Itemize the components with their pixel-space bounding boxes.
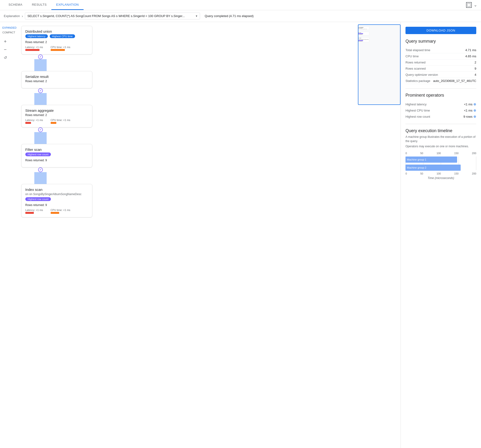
chart-row-1: Machine group 2 (406, 165, 476, 170)
zoom-out-button[interactable]: − (1, 46, 9, 53)
stream-aggregate-rows: Rows returned: 2 (25, 114, 88, 117)
highest-latency-badge: Highest latency (25, 34, 48, 38)
tab-results[interactable]: RESULTS (27, 0, 52, 10)
chevron-down-icon[interactable]: ⌄ (474, 2, 477, 8)
x-label-bottom-0: 0 (406, 172, 407, 175)
prominent-row-0: Highest latency <1 ms ⊕ (406, 101, 476, 107)
node-distributed-union: Distributed union Highest latency Highes… (21, 26, 397, 54)
index-scan-row-count-badge: Highest row count (25, 197, 51, 201)
download-json-button[interactable]: DOWNLOAD JSON (406, 27, 476, 34)
chart-area: 0 50 100 150 200 (406, 152, 476, 187)
distributed-union-metrics: Latency: <1 ms CPU time: <1 ms (25, 46, 88, 51)
query-select[interactable]: SELECT s.SingerId, COUNT(*) AS SongCount… (25, 13, 200, 19)
timeline-desc-1: A machine group illustrates the executio… (406, 135, 476, 143)
cpu-label: CPU time: <1 ms (51, 46, 70, 49)
tab-schema[interactable]: SCHEMA (4, 0, 27, 10)
chart-bar-0: Machine group 1 (406, 157, 457, 163)
conn-bar-1 (34, 59, 47, 71)
prominent-operators-section: Prominent operators Highest latency <1 m… (406, 93, 476, 120)
latency-label-4: Latency: <1 ms (25, 209, 43, 212)
cpu-label-4: CPU time: <1 ms (51, 209, 70, 212)
x-label-3: 150 (454, 152, 458, 155)
index-scan-node: Index scan on on SongsBySingerAlbumSongN… (21, 184, 92, 217)
x-label-bottom-1: 50 (421, 172, 423, 175)
x-label-bottom-3: 150 (454, 172, 458, 175)
node-serialize-result: Serialize result Rows returned: 2 (21, 71, 397, 88)
query-bar: Explanation › SELECT s.SingerId, COUNT(*… (0, 10, 481, 22)
link-icon-0[interactable]: ⊕ (473, 102, 476, 106)
tabs-left: SCHEMA RESULTS EXPLANATION (4, 0, 83, 10)
plan-area[interactable]: Distributed union Highest latency Highes… (17, 22, 400, 448)
index-scan-metrics: Latency: <1 ms CPU time: <1 ms (25, 209, 88, 214)
timeline-desc-2: Operators may execute on one or more mac… (406, 144, 476, 148)
x-label-4: 200 (472, 152, 476, 155)
cpu-bar (51, 49, 65, 51)
cpu-bar-2 (51, 122, 56, 124)
filter-scan-node: Filter scan Highest row count Rows retur… (21, 144, 92, 167)
query-summary-title: Query summary (406, 39, 476, 44)
chart-x-top-labels: 0 50 100 150 200 (406, 152, 476, 155)
expanded-view-btn[interactable]: EXPANDED (1, 26, 17, 30)
prominent-operators-title: Prominent operators (406, 93, 476, 98)
summary-row-5: Statistics package auto_20230608_17_57_4… (406, 78, 476, 84)
index-scan-subtitle: on on SongsBySingerAlbumSongNameDesc (25, 192, 88, 196)
stream-aggregate-metrics: Latency: <1 ms CPU time: <1 ms (25, 119, 88, 124)
summary-row-2: Rows returned 2 (406, 60, 476, 66)
distributed-union-title: Distributed union (25, 29, 88, 33)
collapse-circle-1[interactable]: ✓ (38, 54, 43, 59)
stream-aggregate-title: Stream aggregate (25, 108, 88, 113)
breadcrumb-label: Explanation (4, 14, 20, 18)
x-label-2: 100 (436, 152, 441, 155)
summary-row-3: Rows scanned 9 (406, 66, 476, 72)
view-controls: EXPANDED COMPACT + − ↺ (0, 22, 17, 448)
chart-row-0: Machine group 1 (406, 157, 476, 162)
compact-view-btn[interactable]: COMPACT (1, 30, 17, 34)
x-label-bottom-2: 100 (436, 172, 441, 175)
conn-bar-3 (34, 132, 47, 144)
link-icon-2[interactable]: ⊕ (473, 115, 476, 118)
serialize-result-node: Serialize result Rows returned: 2 (21, 71, 92, 88)
x-label-0: 0 (406, 152, 407, 155)
timeline-title: Query execution timeline (406, 128, 476, 133)
node-index-scan: Index scan on on SongsBySingerAlbumSongN… (21, 184, 397, 217)
node-filter-scan: Filter scan Highest row count Rows retur… (21, 144, 397, 167)
latency-bar (25, 49, 39, 51)
expand-icon[interactable] (466, 2, 472, 8)
query-text: SELECT s.SingerId, COUNT(*) AS SongCount… (27, 14, 194, 18)
breadcrumb-arrow: › (22, 14, 23, 18)
highest-cpu-time-badge: Highest CPU time (50, 34, 75, 38)
plan-nodes-container: Distributed union Highest latency Highes… (21, 26, 397, 217)
summary-row-4: Query optimizer version 4 (406, 72, 476, 78)
tab-explanation[interactable]: EXPLANATION (51, 0, 83, 10)
prominent-row-2: Highest row count 9 rows ⊕ (406, 114, 476, 120)
chevron-down-icon: ▾ (196, 14, 197, 18)
chart-bar-label-1: Machine group 2 (407, 166, 426, 169)
prominent-operators-table: Highest latency <1 ms ⊕ Highest CPU time… (406, 101, 476, 120)
filter-scan-rows: Rows returned: 9 (25, 159, 88, 162)
chart-bar-container-1: Machine group 2 (406, 165, 476, 170)
collapse-circle-2[interactable]: ✓ (38, 88, 43, 93)
timeline-section: Query execution timeline A machine group… (406, 128, 476, 187)
chart-x-bottom-labels: 0 50 100 150 200 (406, 172, 476, 175)
main-layout: EXPANDED COMPACT + − ↺ Distributed union… (0, 22, 481, 448)
distributed-union-node: Distributed union Highest latency Highes… (21, 26, 92, 54)
collapse-circle-3[interactable]: ✓ (38, 127, 43, 132)
cpu-bar-4 (51, 212, 59, 214)
serialize-result-title: Serialize result (25, 75, 88, 79)
latency-label-2: Latency: <1 ms (25, 119, 43, 121)
prominent-row-1: Highest CPU time <1 ms ⊕ (406, 107, 476, 114)
x-label-1: 50 (421, 152, 423, 155)
right-panel: DOWNLOAD JSON Query summary Total elapse… (400, 22, 481, 448)
connector-1: ✓ (34, 54, 397, 71)
zoom-in-button[interactable]: + (1, 38, 9, 45)
index-scan-title: Index scan (25, 188, 88, 191)
collapse-circle-4[interactable]: ✓ (38, 167, 43, 172)
reset-zoom-button[interactable]: ↺ (1, 54, 9, 61)
chart-x-title: Time (microseconds) (406, 176, 476, 180)
latency-bar-4 (25, 212, 34, 214)
tabs-right: ⌄ (466, 2, 477, 8)
highest-row-count-badge: Highest row count (25, 152, 51, 156)
link-icon-1[interactable]: ⊕ (473, 108, 476, 112)
mini-preview[interactable]: Distributed union Highest latency Highes… (358, 24, 400, 105)
divider-1 (406, 88, 476, 89)
